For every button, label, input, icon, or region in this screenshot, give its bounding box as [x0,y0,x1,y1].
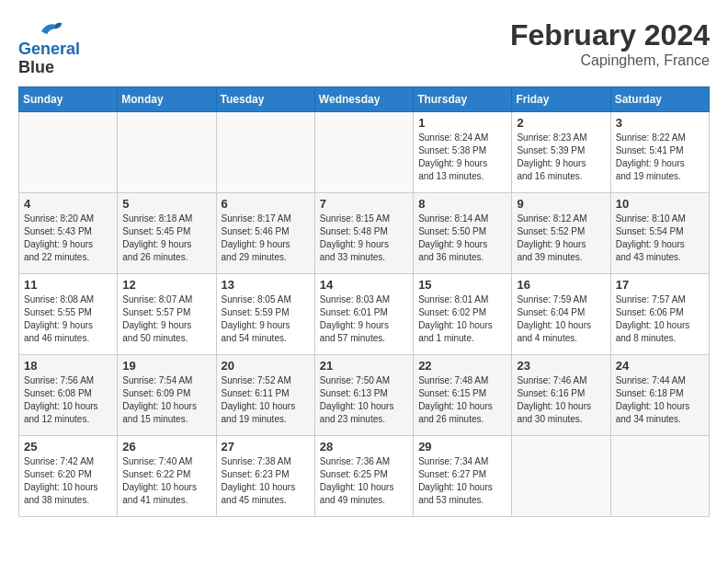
day-number: 22 [418,359,506,373]
calendar-cell: 18Sunrise: 7:56 AM Sunset: 6:08 PM Dayli… [19,354,118,435]
day-number: 27 [222,440,310,454]
logo-bird-icon [36,18,63,40]
calendar-cell: 21Sunrise: 7:50 AM Sunset: 6:13 PM Dayli… [314,354,413,435]
day-info: Sunrise: 8:05 AM Sunset: 5:59 PM Dayligh… [222,293,310,345]
day-number: 26 [122,440,210,454]
calendar-cell: 29Sunrise: 7:34 AM Sunset: 6:27 PM Dayli… [414,435,512,516]
calendar-cell: 17Sunrise: 7:57 AM Sunset: 6:06 PM Dayli… [610,273,709,354]
calendar-week-row: 25Sunrise: 7:42 AM Sunset: 6:20 PM Dayli… [19,435,710,516]
day-info: Sunrise: 7:56 AM Sunset: 6:08 PM Dayligh… [24,374,112,426]
day-header-wednesday: Wednesday [314,86,413,111]
calendar-cell: 15Sunrise: 8:01 AM Sunset: 6:02 PM Dayli… [414,273,512,354]
calendar-cell: 14Sunrise: 8:03 AM Sunset: 6:01 PM Dayli… [314,273,413,354]
day-info: Sunrise: 8:12 AM Sunset: 5:52 PM Dayligh… [517,213,605,264]
day-number: 14 [320,278,408,292]
day-number: 12 [122,278,210,292]
day-info: Sunrise: 8:18 AM Sunset: 5:45 PM Dayligh… [122,213,210,264]
day-number: 11 [24,278,112,292]
calendar-cell [512,435,610,516]
day-number: 13 [222,278,310,292]
day-number: 3 [616,116,704,130]
day-info: Sunrise: 8:03 AM Sunset: 6:01 PM Dayligh… [320,293,408,345]
day-number: 1 [418,116,506,130]
calendar-cell: 22Sunrise: 7:48 AM Sunset: 6:15 PM Dayli… [414,354,512,435]
calendar-table: SundayMondayTuesdayWednesdayThursdayFrid… [18,86,710,517]
calendar-cell: 9Sunrise: 8:12 AM Sunset: 5:52 PM Daylig… [512,192,610,273]
day-number: 8 [418,197,506,211]
day-info: Sunrise: 7:57 AM Sunset: 6:06 PM Dayligh… [616,293,704,345]
day-number: 20 [222,359,310,373]
day-info: Sunrise: 8:07 AM Sunset: 5:57 PM Dayligh… [122,293,210,345]
day-header-sunday: Sunday [19,86,118,111]
day-info: Sunrise: 8:01 AM Sunset: 6:02 PM Dayligh… [418,293,506,345]
day-info: Sunrise: 8:17 AM Sunset: 5:46 PM Dayligh… [222,213,310,264]
calendar-cell: 1Sunrise: 8:24 AM Sunset: 5:38 PM Daylig… [414,111,512,192]
day-number: 2 [517,116,605,130]
calendar-cell: 13Sunrise: 8:05 AM Sunset: 5:59 PM Dayli… [216,273,314,354]
day-number: 24 [616,359,704,373]
day-info: Sunrise: 8:14 AM Sunset: 5:50 PM Dayligh… [418,213,506,264]
logo: GeneralBlue [18,18,80,77]
day-number: 28 [320,440,408,454]
calendar-week-row: 11Sunrise: 8:08 AM Sunset: 5:55 PM Dayli… [19,273,710,354]
month-title: February 2024 [510,18,710,52]
day-info: Sunrise: 7:54 AM Sunset: 6:09 PM Dayligh… [122,374,210,426]
day-info: Sunrise: 7:52 AM Sunset: 6:11 PM Dayligh… [222,374,310,426]
day-header-saturday: Saturday [610,86,709,111]
day-info: Sunrise: 7:40 AM Sunset: 6:22 PM Dayligh… [122,455,210,507]
day-info: Sunrise: 7:48 AM Sunset: 6:15 PM Dayligh… [418,374,506,426]
calendar-cell: 10Sunrise: 8:10 AM Sunset: 5:54 PM Dayli… [610,192,709,273]
day-info: Sunrise: 8:23 AM Sunset: 5:39 PM Dayligh… [517,132,605,183]
calendar-cell: 6Sunrise: 8:17 AM Sunset: 5:46 PM Daylig… [216,192,314,273]
day-info: Sunrise: 7:59 AM Sunset: 6:04 PM Dayligh… [517,293,605,345]
day-number: 18 [24,359,112,373]
calendar-cell: 28Sunrise: 7:36 AM Sunset: 6:25 PM Dayli… [314,435,413,516]
title-block: February 2024 Capinghem, France [510,18,710,69]
day-number: 25 [24,440,112,454]
day-number: 5 [122,197,210,211]
logo-text: GeneralBlue [18,40,80,77]
calendar-cell: 4Sunrise: 8:20 AM Sunset: 5:43 PM Daylig… [19,192,118,273]
day-number: 29 [418,440,506,454]
page-header: GeneralBlue February 2024 Capinghem, Fra… [18,18,710,77]
day-number: 19 [122,359,210,373]
day-number: 21 [320,359,408,373]
calendar-cell: 19Sunrise: 7:54 AM Sunset: 6:09 PM Dayli… [118,354,216,435]
day-number: 17 [616,278,704,292]
calendar-cell: 5Sunrise: 8:18 AM Sunset: 5:45 PM Daylig… [118,192,216,273]
day-info: Sunrise: 8:24 AM Sunset: 5:38 PM Dayligh… [418,132,506,183]
day-header-thursday: Thursday [414,86,512,111]
day-info: Sunrise: 8:20 AM Sunset: 5:43 PM Dayligh… [24,213,112,264]
day-number: 7 [320,197,408,211]
day-info: Sunrise: 7:36 AM Sunset: 6:25 PM Dayligh… [320,455,408,507]
calendar-cell [610,435,709,516]
day-number: 10 [616,197,704,211]
day-info: Sunrise: 7:38 AM Sunset: 6:23 PM Dayligh… [222,455,310,507]
day-number: 16 [517,278,605,292]
day-number: 9 [517,197,605,211]
calendar-cell: 16Sunrise: 7:59 AM Sunset: 6:04 PM Dayli… [512,273,610,354]
day-info: Sunrise: 8:08 AM Sunset: 5:55 PM Dayligh… [24,293,112,345]
day-number: 6 [222,197,310,211]
calendar-cell [314,111,413,192]
day-info: Sunrise: 8:15 AM Sunset: 5:48 PM Dayligh… [320,213,408,264]
day-header-friday: Friday [512,86,610,111]
subtitle: Capinghem, France [510,52,710,69]
calendar-cell [118,111,216,192]
calendar-cell: 23Sunrise: 7:46 AM Sunset: 6:16 PM Dayli… [512,354,610,435]
day-info: Sunrise: 8:22 AM Sunset: 5:41 PM Dayligh… [616,132,704,183]
calendar-cell: 3Sunrise: 8:22 AM Sunset: 5:41 PM Daylig… [610,111,709,192]
calendar-cell: 7Sunrise: 8:15 AM Sunset: 5:48 PM Daylig… [314,192,413,273]
day-header-monday: Monday [118,86,216,111]
day-header-tuesday: Tuesday [216,86,314,111]
day-info: Sunrise: 7:34 AM Sunset: 6:27 PM Dayligh… [418,455,506,507]
day-info: Sunrise: 7:42 AM Sunset: 6:20 PM Dayligh… [24,455,112,507]
calendar-cell: 2Sunrise: 8:23 AM Sunset: 5:39 PM Daylig… [512,111,610,192]
calendar-cell: 8Sunrise: 8:14 AM Sunset: 5:50 PM Daylig… [414,192,512,273]
calendar-cell: 26Sunrise: 7:40 AM Sunset: 6:22 PM Dayli… [118,435,216,516]
calendar-week-row: 1Sunrise: 8:24 AM Sunset: 5:38 PM Daylig… [19,111,710,192]
day-info: Sunrise: 7:50 AM Sunset: 6:13 PM Dayligh… [320,374,408,426]
day-info: Sunrise: 7:44 AM Sunset: 6:18 PM Dayligh… [616,374,704,426]
calendar-week-row: 18Sunrise: 7:56 AM Sunset: 6:08 PM Dayli… [19,354,710,435]
calendar-cell: 12Sunrise: 8:07 AM Sunset: 5:57 PM Dayli… [118,273,216,354]
